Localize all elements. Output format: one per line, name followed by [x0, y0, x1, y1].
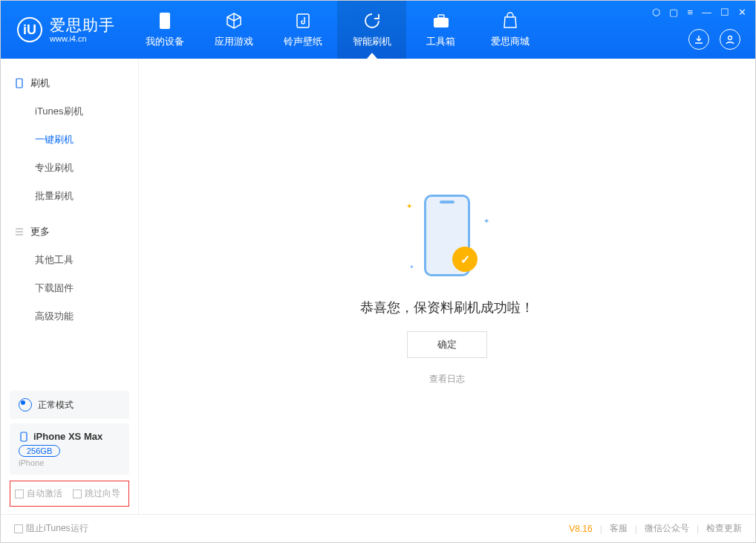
svg-rect-2: [434, 18, 449, 27]
sidebar-item-batch[interactable]: 批量刷机: [1, 182, 138, 210]
success-illustration: ✦ ✦ ✦ ✓: [384, 187, 510, 284]
sidebar-item-oneclick[interactable]: 一键刷机: [1, 126, 138, 154]
lock-icon[interactable]: ▢: [669, 7, 678, 18]
nav-apps[interactable]: 应用游戏: [199, 1, 268, 59]
window-controls: ⬡ ▢ ≡ — ☐ ✕: [652, 7, 746, 18]
refresh-icon: [362, 11, 382, 30]
main-content: ✦ ✦ ✦ ✓ 恭喜您，保资料刷机成功啦！ 确定 查看日志: [139, 59, 755, 514]
music-icon: [293, 11, 313, 30]
nav-ringtones[interactable]: 铃声壁纸: [268, 1, 337, 59]
logo-icon: iU: [17, 17, 42, 42]
nav-toolbox[interactable]: 工具箱: [406, 1, 475, 59]
mode-label: 正常模式: [38, 399, 74, 412]
shirt-icon[interactable]: ⬡: [652, 7, 660, 18]
storage-badge: 256GB: [19, 445, 60, 457]
nav-store[interactable]: 爱思商城: [475, 1, 544, 59]
view-log-link[interactable]: 查看日志: [429, 373, 465, 386]
svg-rect-0: [160, 13, 170, 29]
phone-icon: [155, 11, 175, 30]
link-update[interactable]: 检查更新: [706, 522, 742, 535]
link-wechat[interactable]: 微信公众号: [645, 522, 689, 535]
svg-rect-5: [16, 79, 22, 88]
checkbox-auto-activate[interactable]: 自动激活: [15, 487, 62, 500]
check-icon: ✓: [452, 247, 478, 272]
minimize-button[interactable]: —: [702, 7, 711, 18]
link-support[interactable]: 客服: [610, 522, 628, 535]
nav-flash[interactable]: 智能刷机: [337, 1, 406, 59]
section-more: 更多: [1, 218, 138, 246]
section-flash: 刷机: [1, 69, 138, 97]
app-title: 爱思助手: [50, 16, 115, 33]
sidebar-item-firmware[interactable]: 下载固件: [1, 274, 138, 302]
download-icon[interactable]: [688, 29, 709, 50]
close-button[interactable]: ✕: [738, 7, 746, 18]
list-icon: [14, 227, 25, 237]
device-icon: [14, 78, 25, 88]
version-label: V8.16: [569, 524, 592, 534]
top-nav: 我的设备 应用游戏 铃声壁纸 智能刷机 工具箱 爱思商城: [130, 1, 544, 59]
device-card[interactable]: iPhone XS Max 256GB iPhone: [10, 423, 129, 475]
nav-my-device[interactable]: 我的设备: [130, 1, 199, 59]
user-icon[interactable]: [720, 29, 740, 50]
svg-rect-3: [438, 15, 444, 18]
titlebar: iU 爱思助手 www.i4.cn 我的设备 应用游戏 铃声壁纸 智能刷机 工具…: [1, 1, 755, 59]
sidebar-item-pro[interactable]: 专业刷机: [1, 154, 138, 182]
header-right: [688, 29, 740, 50]
footer: 阻止iTunes运行 V8.16 | 客服 | 微信公众号 | 检查更新: [1, 514, 755, 542]
mode-card[interactable]: 正常模式: [10, 391, 129, 419]
bottom-options: 自动激活 跳过向导: [10, 481, 129, 507]
sidebar-item-othertools[interactable]: 其他工具: [1, 246, 138, 274]
ok-button[interactable]: 确定: [407, 331, 487, 358]
svg-point-4: [729, 36, 732, 40]
toolbox-icon: [431, 11, 451, 30]
menu-icon[interactable]: ≡: [687, 7, 693, 18]
checkbox-skip-guide[interactable]: 跳过向导: [73, 487, 120, 500]
checkbox-block-itunes[interactable]: 阻止iTunes运行: [14, 522, 88, 535]
app-url: www.i4.cn: [50, 34, 115, 43]
bag-icon: [501, 11, 520, 30]
logo: iU 爱思助手 www.i4.cn: [1, 1, 130, 59]
maximize-button[interactable]: ☐: [720, 7, 729, 18]
sidebar-item-itunes[interactable]: iTunes刷机: [1, 97, 138, 126]
phone-small-icon: [19, 432, 29, 442]
sidebar-item-advanced[interactable]: 高级功能: [1, 302, 138, 331]
cube-icon: [224, 11, 244, 30]
svg-rect-6: [21, 432, 27, 441]
sidebar: 刷机 iTunes刷机 一键刷机 专业刷机 批量刷机 更多 其他工具 下载固件 …: [1, 59, 139, 514]
success-message: 恭喜您，保资料刷机成功啦！: [360, 299, 534, 316]
device-type: iPhone: [19, 458, 120, 467]
mode-icon: [19, 398, 32, 412]
